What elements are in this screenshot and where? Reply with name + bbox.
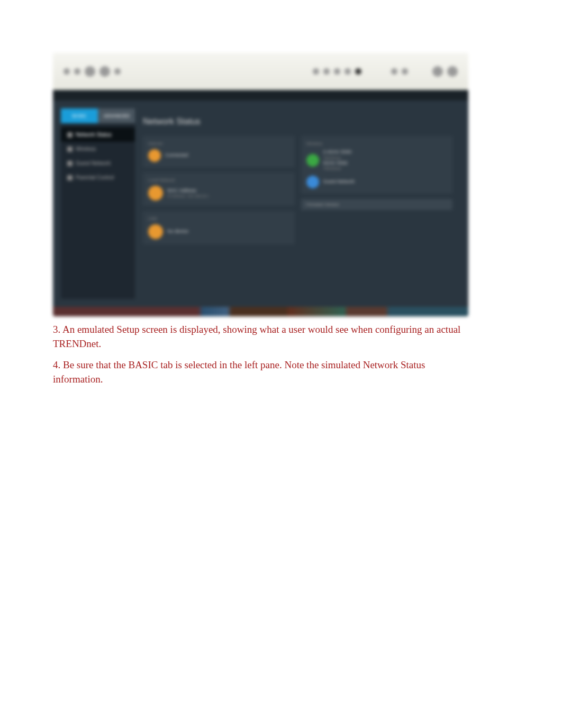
toolbar-icon <box>64 68 70 75</box>
guest-wifi-icon <box>306 176 319 188</box>
instruction-step-4: 4. Be sure that the BASIC tab is selecte… <box>53 358 466 386</box>
fw-label: Firmware Version <box>306 202 448 207</box>
tab-basic[interactable]: BASIC <box>61 108 98 123</box>
sidebar-item-label: Network Status <box>76 132 112 138</box>
wifi-24: 2.4GHz SSID <box>323 149 352 154</box>
toolbar-icon <box>402 68 408 75</box>
router-admin-screenshot: BASIC ADVANCED Network Status Wireless G… <box>53 53 468 316</box>
sidebar-item-network-status[interactable]: Network Status <box>61 128 135 142</box>
taskbar <box>53 307 468 316</box>
parental-icon <box>67 175 72 180</box>
sidebar-item-label: Guest Network <box>76 160 111 166</box>
sidebar-item-wireless[interactable]: Wireless <box>61 142 135 156</box>
wifi-icon <box>67 147 72 152</box>
sidebar-item-guest[interactable]: Guest Network <box>61 156 135 170</box>
usb-icon <box>148 224 163 239</box>
card-label: USB <box>148 216 289 221</box>
status-icon <box>67 132 72 138</box>
toolbar-icon <box>447 66 458 77</box>
toolbar-icon <box>74 68 80 75</box>
wifi-sub: TRENDnet <box>323 156 352 160</box>
sidebar: BASIC ADVANCED Network Status Wireless G… <box>61 108 135 299</box>
toolbar-icon <box>345 68 351 75</box>
network-icon <box>148 186 163 201</box>
globe-icon <box>148 149 161 162</box>
router-config-panel: BASIC ADVANCED Network Status Wireless G… <box>53 101 468 307</box>
wifi-5: 5GHz SSID <box>323 160 348 166</box>
tab-advanced[interactable]: ADVANCED <box>98 108 135 123</box>
firmware-info: Firmware Version <box>301 199 453 210</box>
card-label: Wireless <box>306 141 448 146</box>
wifi-sub: TRENDnet <box>323 166 352 171</box>
toolbar-icon <box>99 66 110 77</box>
toolbar-icon <box>355 68 361 75</box>
toolbar-icon <box>114 68 121 75</box>
internet-status-card: Internet Connected <box>143 136 295 167</box>
usb-status-card: USB No device <box>143 211 295 244</box>
wifi-status-card: Wireless 2.4GHz SSID TRENDnet 5GHz SSID … <box>301 136 453 194</box>
main-panel: Network Status Internet Connected Local … <box>135 108 460 299</box>
sidebar-item-label: Parental Control <box>76 175 114 180</box>
sidebar-item-label: Wireless <box>76 146 96 152</box>
toolbar-icon <box>391 68 397 75</box>
lan-line1: MAC Address <box>167 188 196 193</box>
card-value: Connected <box>165 152 188 159</box>
toolbar-icon <box>313 68 319 75</box>
lan-status-card: Local Network MAC Address IP Address: 19… <box>143 172 295 206</box>
card-label: Local Network <box>148 178 289 183</box>
guest-label: Guest Network <box>323 179 355 185</box>
window-tab-bar <box>53 90 468 101</box>
sidebar-item-parental[interactable]: Parental Control <box>61 170 135 185</box>
page-title: Network Status <box>143 114 452 130</box>
toolbar-icon <box>85 66 95 77</box>
toolbar-icon <box>432 66 443 77</box>
instruction-step-3: 3. An emulated Setup screen is displayed… <box>53 323 466 351</box>
toolbar-icon <box>334 68 340 75</box>
browser-toolbar <box>53 53 468 90</box>
card-label: Internet <box>148 141 289 146</box>
lan-line2: IP Address: 192.168.10.1 <box>167 194 209 198</box>
card-value: No device <box>167 229 188 235</box>
guest-icon <box>67 161 72 166</box>
wifi-2g-icon <box>306 154 319 167</box>
toolbar-icon <box>323 68 330 75</box>
